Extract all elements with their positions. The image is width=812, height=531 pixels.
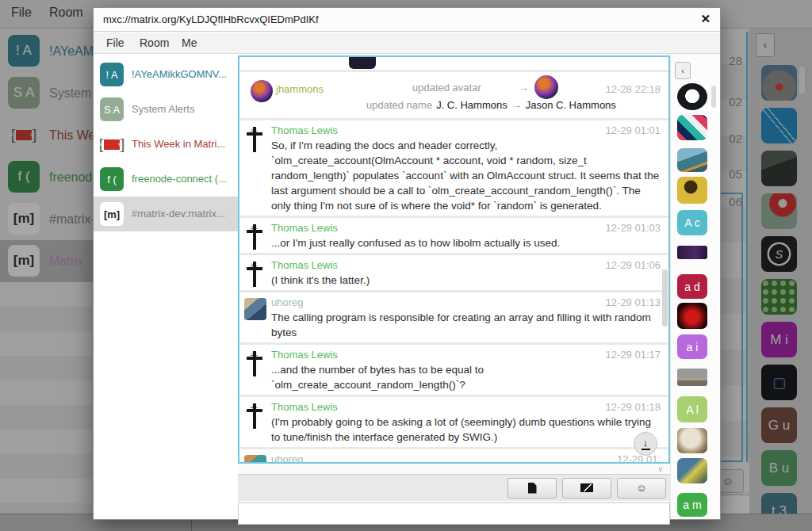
member-avatar-ai[interactable]: a i [677, 334, 707, 359]
room-avatar-twim: [THE WEEK] [100, 132, 124, 156]
member-avatar-dog[interactable] [677, 428, 707, 453]
composer-toolbar: ☺ [238, 474, 670, 501]
member-avatar-am[interactable]: a m [677, 493, 707, 517]
room-avatar: f ( [100, 167, 124, 191]
partial-scrolled-avatar [349, 57, 376, 69]
emoji-button[interactable]: ☺ [617, 478, 666, 499]
image-icon [580, 483, 593, 492]
member-avatar-purple-art[interactable] [677, 246, 707, 259]
sender-name: Thomas Lewis [271, 124, 661, 138]
message-row: ✳ Thomas Lewis 12-29 01:18 (I'm probably… [239, 397, 668, 447]
member-avatar-scream[interactable] [677, 458, 707, 483]
sender-name: Thomas Lewis [271, 400, 661, 414]
message-row: ✳ Thomas Lewis 12-29 01:01 So, if I'm re… [239, 120, 668, 216]
event-action: updated avatar [412, 82, 481, 94]
arrow-icon: → [511, 99, 522, 111]
timestamp: 12-29 01:01 [606, 124, 661, 136]
room-list-item[interactable]: ! A !AYeAMikkGOMNV... [94, 57, 238, 92]
attach-file-button[interactable] [508, 478, 557, 499]
sender-name: uhoreg [271, 296, 661, 310]
message-timeline[interactable]: jhammons updated avatar → 12-28 22:18 up… [238, 55, 670, 464]
room-label: #matrix-dev:matrix... [132, 197, 225, 231]
timestamp: 12-29 01: [617, 453, 661, 464]
modal-titlebar: mxc://matrix.org/KyLDJQfIHbRcvxQIEDmPdIK… [94, 8, 720, 32]
cross-avatar: ✳ [244, 350, 265, 378]
member-avatar-al[interactable]: A l [677, 396, 707, 422]
event-action: updated name [366, 99, 432, 111]
timestamp: 12-29 01:17 [606, 349, 661, 361]
message-row: uhoreg 12-29 01:13 The calling program i… [239, 292, 668, 342]
emoji-icon: ☺ [636, 483, 646, 493]
sender-name: jhammons [276, 83, 324, 95]
message-row: ✳ Thomas Lewis 12-29 01:06 (I think it's… [239, 255, 668, 290]
member-avatar-sunset[interactable] [677, 369, 707, 386]
timeline-scrollbar-thumb[interactable] [662, 269, 668, 327]
room-list-item[interactable]: f ( freenode-connect (... [94, 162, 238, 197]
message-text: ...or I'm just really confused as to how… [271, 235, 661, 250]
menu-me[interactable]: Me [182, 36, 197, 49]
member-avatar-ad[interactable]: a d [677, 274, 707, 299]
file-icon [528, 483, 537, 494]
mxc-viewer-window: mxc://matrix.org/KyLDJQfIHbRcvxQIEDmPdIK… [94, 8, 720, 519]
member-avatar-quilt[interactable] [677, 115, 707, 140]
room-list-item[interactable]: S A System Alerts [94, 92, 238, 127]
photo-avatar [244, 298, 266, 320]
message-input[interactable] [238, 502, 670, 525]
bracket-glyph: ] [121, 136, 124, 153]
room-label: !AYeAMikkGOMNV... [132, 57, 227, 92]
modal-title: mxc://matrix.org/KyLDJQfIHbRcvxQIEDmPdIK… [103, 13, 319, 25]
message-row-partial: uhoreg 12-29 01: [239, 449, 668, 464]
member-avatar-plane[interactable] [677, 148, 707, 172]
message-text: (I'm probably going to be asking a lot o… [271, 414, 661, 445]
scroll-to-bottom-button[interactable]: ↓ [634, 432, 657, 456]
timestamp: 12-28 22:18 [606, 83, 661, 95]
member-avatar-mug[interactable] [677, 177, 707, 204]
room-label: System Alerts [132, 92, 194, 127]
message-text: The calling program is responsible for c… [271, 310, 661, 340]
room-label: freenode-connect (... [132, 162, 227, 197]
close-icon[interactable]: ✕ [700, 12, 710, 26]
timestamp: 12-29 01:03 [606, 222, 661, 234]
message-row: ✳ Thomas Lewis 12-29 01:03 ...or I'm jus… [239, 218, 668, 253]
cross-avatar: ✳ [244, 223, 265, 251]
sender-name: uhoreg [271, 453, 661, 464]
message-text: ...and the number of bytes has to be equ… [271, 362, 661, 392]
name-change-line: updated name J. C. Hammons → Jason C. Ha… [366, 99, 616, 111]
cross-avatar: ✳ [244, 402, 265, 430]
download-arrow-icon: ↓ [643, 438, 649, 448]
room-avatar: S A [100, 97, 124, 121]
member-avatar-demon[interactable] [677, 303, 707, 329]
download-bar-icon [642, 449, 650, 450]
timestamp: 12-29 01:13 [606, 296, 661, 308]
room-list-item-selected[interactable]: [m] #matrix-dev:matrix... [94, 197, 238, 231]
member-scrollbar-thumb[interactable] [711, 86, 716, 108]
cross-avatar: ✳ [244, 125, 265, 154]
collapse-members-button[interactable]: ‹ [675, 62, 691, 79]
message-text: So, if I'm reading the docs and header c… [271, 138, 661, 213]
menu-file[interactable]: File [106, 36, 124, 49]
room-label: This Week in Matri... [132, 127, 225, 162]
scroll-down-icon[interactable]: ˅ [658, 465, 663, 474]
attach-image-button[interactable] [562, 478, 611, 499]
timestamp: 12-29 01:18 [606, 401, 661, 413]
modal-body: ! A !AYeAMikkGOMNV... S A System Alerts … [94, 54, 720, 519]
twim-logo: THE WEEK [104, 139, 120, 150]
arrow-icon: → [519, 82, 529, 94]
message-text: (I think it's the latter.) [271, 273, 661, 288]
message-row: ✳ Thomas Lewis 12-29 01:17 ...and the nu… [239, 345, 668, 395]
room-avatar: [m] [100, 202, 124, 226]
new-avatar [534, 75, 558, 99]
member-avatar-ac[interactable]: A c [677, 210, 707, 235]
room-list: ! A !AYeAMikkGOMNV... S A System Alerts … [94, 54, 238, 519]
timeline-row [239, 57, 668, 70]
app-window: File Room Me ! A !AYeAMikkGOMNV... S A S… [0, 0, 812, 531]
new-name: Jason C. Hammons [526, 99, 616, 111]
cross-avatar: ✳ [244, 260, 265, 288]
sender-name: Thomas Lewis [271, 221, 661, 235]
menu-room[interactable]: Room [140, 36, 169, 49]
member-avatar-github[interactable] [677, 83, 707, 110]
modal-menubar: File Room Me [94, 32, 720, 54]
photo-avatar [244, 455, 266, 464]
timestamp: 12-29 01:06 [606, 259, 661, 271]
room-list-item[interactable]: [THE WEEK] This Week in Matri... [94, 127, 238, 162]
